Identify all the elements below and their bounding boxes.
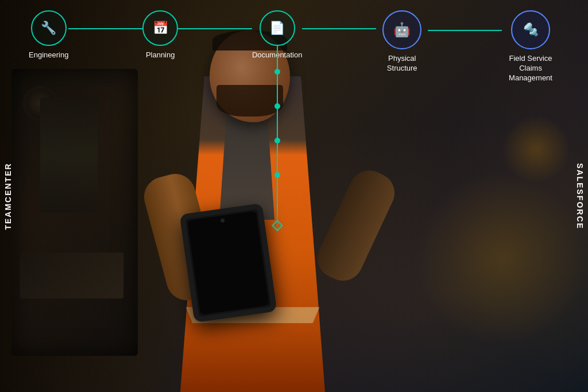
workflow-bar: 🔧 Engineering 📅 Planning 📄 Documentation	[29, 0, 559, 92]
physical-structure-circle: 🤖	[382, 10, 421, 49]
connector-3	[302, 28, 376, 29]
machinery-background	[11, 69, 138, 356]
planning-icon: 📅	[153, 22, 168, 34]
salesforce-label: Salesforce	[575, 163, 585, 230]
workflow-item-field-service: 🔩 Field Service Claims Management	[502, 10, 559, 83]
workflow-item-engineering: 🔧 Engineering	[29, 10, 68, 59]
planning-circle: 📅	[142, 10, 178, 46]
physical-structure-label: Physical Structure	[376, 54, 428, 73]
engineering-circle: 🔧	[31, 10, 67, 46]
engineering-icon: 🔧	[41, 22, 56, 34]
connector-2	[178, 28, 252, 29]
physical-structure-icon: 🤖	[393, 23, 411, 37]
bokeh-right	[416, 172, 588, 344]
tablet-device	[179, 203, 277, 323]
workflow-item-planning: 📅 Planning	[142, 10, 178, 59]
field-service-circle: 🔩	[511, 10, 550, 49]
workflow-item-documentation: 📄 Documentation	[252, 10, 302, 59]
documentation-circle: 📄	[260, 10, 295, 46]
vertical-connector	[277, 46, 278, 235]
field-service-label: Field Service Claims Management	[502, 54, 559, 83]
teamcenter-label: Teamcenter	[3, 162, 13, 230]
connector-1	[68, 28, 142, 29]
engineering-label: Engineering	[29, 51, 68, 59]
bokeh-right2	[502, 115, 571, 184]
connector-4	[428, 30, 502, 31]
field-service-icon: 🔩	[523, 24, 539, 36]
planning-label: Planning	[146, 51, 175, 59]
documentation-icon: 📄	[269, 22, 285, 34]
workflow-item-physical-structure: 🤖 Physical Structure	[376, 10, 428, 73]
